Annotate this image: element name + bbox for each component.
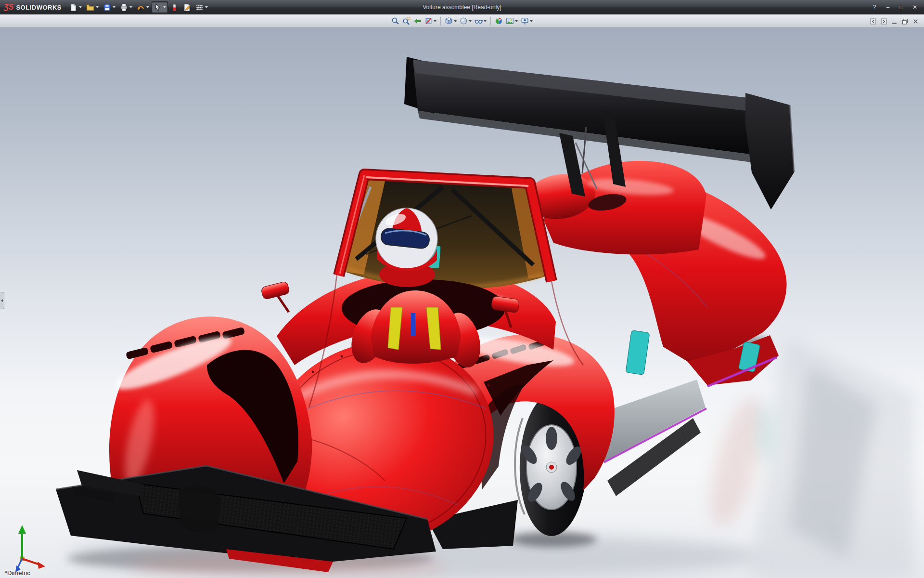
collapse-arrow-icon [1, 299, 3, 302]
zoom-to-fit-button[interactable] [390, 15, 401, 27]
display-style-icon [460, 17, 468, 25]
restore-button[interactable]: □ [895, 2, 908, 12]
document-window-controls [869, 14, 920, 28]
dropdown-caret-icon[interactable] [205, 6, 208, 8]
heads-up-view-toolbar [0, 14, 924, 28]
origin-triad [15, 525, 45, 572]
toolbar-separator [490, 17, 491, 26]
race-car-model[interactable] [56, 57, 794, 572]
previous-view-icon [413, 17, 422, 25]
hide-show-items-button[interactable] [473, 15, 488, 27]
doc-close-button[interactable] [911, 15, 920, 27]
minimize-button[interactable]: – [882, 2, 894, 12]
dropdown-caret-icon[interactable] [434, 20, 436, 22]
apply-scene-icon [506, 17, 514, 25]
close-button[interactable]: ✕ [909, 2, 921, 12]
options-button[interactable] [193, 1, 210, 13]
dropdown-caret-icon[interactable] [530, 20, 533, 22]
dropdown-caret-icon[interactable] [163, 6, 166, 8]
edit-material-button[interactable] [168, 1, 180, 13]
print-icon [120, 3, 128, 12]
solidworks-logo[interactable]: ƷS SOLIDWORKS [0, 3, 67, 12]
dropdown-caret-icon[interactable] [113, 6, 116, 8]
doc-minimize-button[interactable] [890, 15, 899, 27]
doc-restore-button[interactable] [900, 15, 910, 27]
help-button[interactable]: ? [868, 2, 881, 12]
dropdown-caret-icon[interactable] [96, 6, 99, 8]
minimize-icon [891, 18, 898, 25]
view-settings-button[interactable] [519, 15, 534, 27]
open-folder-icon [86, 3, 94, 12]
3d-viewport-scene[interactable] [0, 28, 924, 578]
appearance-ball-icon [495, 17, 503, 25]
section-view-icon [424, 17, 433, 25]
view-orientation-cube-icon [445, 17, 453, 25]
dropdown-caret-icon[interactable] [515, 20, 518, 22]
new-document-icon [69, 3, 77, 12]
zoom-to-fit-icon [391, 17, 399, 25]
pane-previous-button[interactable] [869, 15, 878, 27]
driver-helmet[interactable] [376, 208, 437, 271]
save-button[interactable] [101, 1, 117, 13]
apply-scene-button[interactable] [504, 15, 519, 27]
zoom-to-area-button[interactable] [401, 15, 412, 27]
edit-appearance-button[interactable] [493, 15, 504, 27]
save-icon [103, 3, 111, 12]
select-button[interactable] [152, 1, 168, 13]
pane-next-button[interactable] [879, 15, 888, 27]
dropdown-caret-icon[interactable] [484, 20, 487, 22]
title-bar: ƷS SOLIDWORKS [0, 0, 924, 14]
dropdown-caret-icon[interactable] [454, 20, 457, 22]
new-document-button[interactable] [67, 1, 84, 13]
options-sliders-icon [195, 3, 204, 12]
dropdown-caret-icon[interactable] [79, 6, 82, 8]
close-icon [912, 18, 919, 25]
hide-show-glasses-icon [475, 17, 483, 25]
file-properties-icon [183, 3, 191, 12]
undo-icon [137, 3, 145, 12]
window-controls: ? – □ ✕ [868, 2, 924, 12]
main-toolbar [67, 1, 210, 13]
open-button[interactable] [84, 1, 101, 13]
dropdown-caret-icon[interactable] [469, 20, 472, 22]
graphics-area[interactable]: *Dimetric [0, 28, 924, 578]
file-properties-button[interactable] [181, 1, 193, 13]
pane-previous-icon [870, 18, 876, 25]
material-vial-icon [170, 3, 179, 12]
print-button[interactable] [118, 1, 134, 13]
dropdown-caret-icon[interactable] [129, 6, 132, 8]
section-view-button[interactable] [423, 15, 438, 27]
restore-icon [902, 18, 908, 25]
previous-view-button[interactable] [412, 15, 423, 27]
view-orientation-button[interactable] [443, 15, 458, 27]
undo-button[interactable] [135, 1, 151, 13]
solidworks-window: ƷS SOLIDWORKS [0, 0, 924, 578]
view-orientation-label: *Dimetric [5, 569, 30, 577]
window-title: Voiture assomblee [Read-only] [423, 4, 501, 11]
toolbar-separator [440, 17, 441, 26]
zoom-to-area-icon [402, 17, 411, 25]
featuremanager-collapse-tab[interactable] [0, 292, 4, 309]
select-cursor-icon [154, 3, 162, 12]
dassault-logo-icon: ƷS [4, 3, 13, 12]
front-left-tire-glimpse [179, 485, 220, 533]
app-name: SOLIDWORKS [16, 4, 62, 11]
pane-next-icon [881, 18, 887, 25]
dropdown-caret-icon[interactable] [146, 6, 149, 8]
display-style-button[interactable] [458, 15, 473, 27]
view-settings-icon [521, 17, 529, 25]
